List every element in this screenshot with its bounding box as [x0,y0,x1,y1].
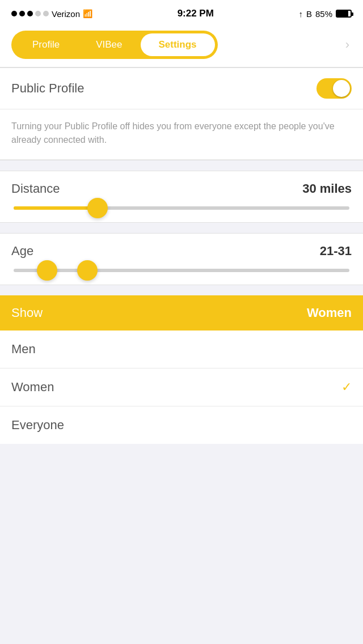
carrier-label: Verizon [52,9,80,19]
bluetooth-icon: B [306,9,312,19]
battery-percent: 85% [315,9,332,19]
distance-value: 30 miles [302,181,352,196]
public-profile-toggle[interactable] [316,78,352,99]
status-bar: Verizon 📶 9:22 PM ↑ B 85% [0,0,363,25]
gap-1 [0,160,363,171]
show-value: Women [307,306,352,320]
toggle-knob [333,80,350,97]
distance-label: Distance [11,181,60,196]
gap-3 [0,285,363,295]
age-thumb-min[interactable] [37,260,57,281]
signal-dots [11,11,49,16]
chevron-right-icon[interactable]: › [343,37,352,52]
distance-header: Distance 30 miles [11,181,352,196]
show-option-women[interactable]: Women ✓ [0,368,363,406]
checkmark-icon: ✓ [341,380,352,395]
status-time: 9:22 PM [178,8,214,19]
signal-dot-5 [43,11,49,16]
show-option-everyone[interactable]: Everyone [0,406,363,444]
age-section: Age 21-31 [0,233,363,285]
distance-slider-section: Distance 30 miles [0,171,363,222]
show-option-everyone-label: Everyone [11,418,64,433]
show-header: Show Women [0,295,363,331]
signal-dot-4 [35,11,41,16]
distance-track[interactable] [14,206,349,210]
tab-group: Profile VIBee Settings [11,31,218,59]
public-profile-description-box: Turning your Public Profile off hides yo… [0,109,363,160]
status-left: Verizon 📶 [11,9,92,19]
age-slider-section: Age 21-31 [0,234,363,285]
distance-fill [14,206,98,210]
age-thumb-max[interactable] [77,260,98,281]
age-value: 21-31 [320,244,352,259]
age-header: Age 21-31 [11,244,352,259]
battery-icon [336,10,352,18]
show-section: Show Women Men Women ✓ Everyone [0,295,363,444]
tab-settings[interactable]: Settings [141,33,215,56]
public-profile-section: Public Profile Turning your Public Profi… [0,67,363,160]
gap-2 [0,223,363,233]
public-profile-label: Public Profile [11,81,84,96]
signal-dot-3 [27,11,33,16]
battery-fill [337,11,348,16]
public-profile-row: Public Profile [0,68,363,109]
wifi-icon: 📶 [83,9,92,18]
age-label: Age [11,244,33,259]
distance-section: Distance 30 miles [0,171,363,223]
tab-profile[interactable]: Profile [14,33,78,56]
age-track[interactable] [14,269,349,272]
signal-dot-2 [19,11,25,16]
show-option-men-label: Men [11,342,36,357]
location-icon: ↑ [298,9,303,19]
show-label: Show [11,306,43,320]
distance-thumb[interactable] [87,198,108,218]
signal-dot-1 [11,11,17,16]
status-right: ↑ B 85% [298,9,352,19]
show-option-women-label: Women [11,380,54,395]
tab-bar: Profile VIBee Settings › [0,25,363,67]
show-option-men[interactable]: Men [0,331,363,368]
tab-vibee[interactable]: VIBee [78,33,140,56]
public-profile-description: Turning your Public Profile off hides yo… [11,121,335,145]
